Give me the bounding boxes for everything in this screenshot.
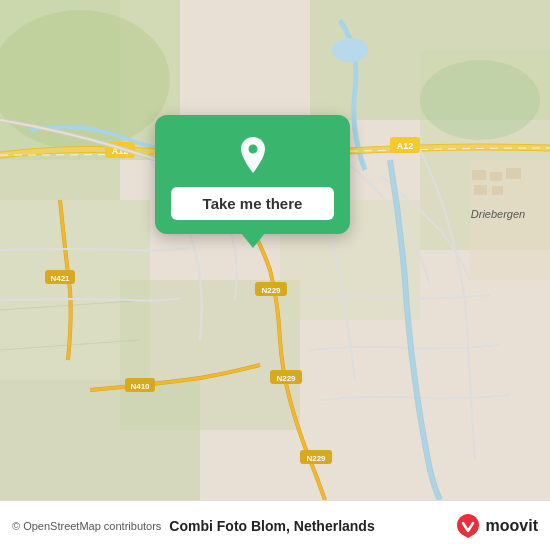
copyright-text: © OpenStreetMap contributors bbox=[12, 520, 161, 532]
svg-rect-11 bbox=[0, 380, 200, 500]
svg-point-7 bbox=[332, 38, 368, 62]
svg-text:A12: A12 bbox=[397, 141, 414, 151]
svg-rect-33 bbox=[474, 185, 487, 195]
moovit-label: moovit bbox=[486, 517, 538, 535]
svg-rect-31 bbox=[490, 172, 502, 181]
footer-bar: © OpenStreetMap contributors Combi Foto … bbox=[0, 500, 550, 550]
svg-text:Driebergen: Driebergen bbox=[471, 208, 525, 220]
map-container: A12 A12 N421 N229 N229 N229 N410 bbox=[0, 0, 550, 500]
location-name: Combi Foto Blom, Netherlands bbox=[169, 518, 374, 534]
svg-text:N421: N421 bbox=[50, 274, 70, 283]
moovit-logo: moovit bbox=[454, 512, 538, 540]
popup-card: Take me there bbox=[155, 115, 350, 234]
svg-point-6 bbox=[420, 60, 540, 140]
location-pin-icon bbox=[231, 133, 275, 177]
take-me-there-button[interactable]: Take me there bbox=[171, 187, 334, 220]
svg-text:N229: N229 bbox=[306, 454, 326, 463]
svg-text:N229: N229 bbox=[276, 374, 296, 383]
svg-text:N229: N229 bbox=[261, 286, 281, 295]
svg-text:N410: N410 bbox=[130, 382, 150, 391]
svg-point-42 bbox=[248, 145, 257, 154]
svg-rect-32 bbox=[506, 168, 521, 179]
svg-rect-34 bbox=[492, 186, 503, 195]
svg-rect-30 bbox=[472, 170, 486, 180]
moovit-icon bbox=[454, 512, 482, 540]
